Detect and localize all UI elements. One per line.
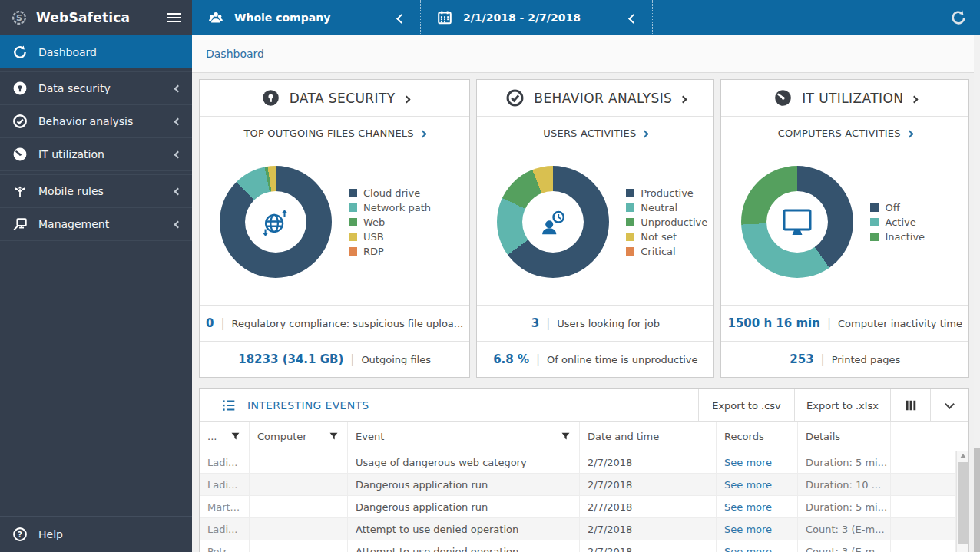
stat-value: 18233 (34.1 GB) — [238, 352, 343, 366]
cell-user: Ladi... — [200, 451, 250, 473]
legend-label: Neutral — [641, 202, 677, 213]
sidebar-item-it-utilization[interactable]: IT utilization — [0, 138, 192, 171]
column-header-details[interactable]: Details — [798, 422, 891, 451]
see-more-link[interactable]: See more — [724, 524, 772, 535]
chart-legend: Off Active Inactive — [870, 202, 925, 243]
legend-item: Not set — [626, 231, 707, 243]
cell-date: 2/7/2018 — [580, 540, 717, 552]
table-scrollbar-thumb[interactable] — [958, 462, 968, 544]
cell-event: Dangerous application run — [348, 474, 580, 495]
filter-icon[interactable] — [560, 431, 571, 442]
cell-empty — [891, 518, 956, 540]
chart-area: Cloud drive Network path Web USB RDP — [200, 139, 469, 305]
column-header-event[interactable]: Event — [348, 422, 580, 451]
legend-item: Network path — [349, 202, 431, 213]
legend-marker — [626, 233, 634, 241]
team-icon — [207, 9, 224, 26]
menu-toggle-icon[interactable] — [167, 11, 181, 25]
column-header-records[interactable]: Records — [717, 422, 798, 451]
sidebar-item-dashboard[interactable]: Dashboard — [0, 35, 192, 68]
logo-row: S WebSafetica — [0, 0, 192, 35]
table-scrollbar[interactable] — [956, 451, 968, 552]
it-utilization-icon — [773, 88, 793, 108]
stat-label: Outgoing files — [361, 354, 431, 365]
cell-details: Duration: 5 mi... — [798, 496, 891, 517]
sidebar-item-behavior-analysis[interactable]: Behavior analysis — [0, 105, 192, 138]
date-range-selector[interactable]: 2/1/2018 - 2/7/2018 — [421, 0, 653, 35]
filter-icon[interactable] — [230, 431, 241, 442]
scope-selector[interactable]: Whole company — [192, 0, 421, 35]
sidebar-item-label: Dashboard — [38, 46, 97, 58]
main-scrollbar-thumb[interactable] — [974, 448, 980, 552]
stat-label: Users looking for job — [557, 318, 660, 329]
card-data-security-header[interactable]: DATA SECURITY — [200, 80, 469, 117]
card-title: BEHAVIOR ANALYSIS — [534, 91, 672, 106]
legend-label: Productive — [641, 187, 694, 199]
legend-label: Critical — [641, 246, 675, 257]
stat-row: 18233 (34.1 GB) | Outgoing files — [200, 341, 469, 377]
column-header-date[interactable]: Date and time — [580, 422, 717, 451]
app-window: S WebSafetica Dashboard Data security Be… — [0, 0, 980, 552]
events-title: INTERESTING EVENTS — [247, 399, 369, 412]
export-xlsx-button[interactable]: Export to .xlsx — [794, 389, 890, 421]
mobile-rules-icon — [12, 183, 28, 200]
cell-user: Ladi... — [200, 518, 250, 540]
card-subtitle: USERS ACTIVITIES — [543, 127, 636, 139]
sidebar-item-data-security[interactable]: Data security — [0, 72, 192, 105]
cell-date: 2/7/2018 — [580, 518, 717, 540]
filter-icon[interactable] — [328, 431, 339, 442]
sidebar-item-management[interactable]: Management — [0, 208, 192, 241]
chevron-left-icon — [398, 11, 405, 25]
chevron-left-icon — [175, 222, 180, 227]
legend-marker — [349, 247, 357, 256]
legend-marker — [870, 218, 879, 226]
stat-value: 3 — [531, 316, 539, 330]
chart-legend: Productive Neutral Unproductive Not set … — [626, 187, 707, 257]
table-row: Petr... Attempt to use denied operation … — [200, 540, 956, 552]
card-it-utilization-header[interactable]: IT UTILIZATION — [721, 80, 968, 117]
export-csv-button[interactable]: Export to .csv — [698, 389, 794, 421]
stat-separator: | — [827, 316, 831, 330]
card-subtitle-link[interactable]: COMPUTERS ACTIVITIES — [721, 127, 968, 139]
legend-item: Cloud drive — [349, 187, 431, 199]
cell-user: Mart... — [200, 496, 250, 517]
donut-chart-computers-activities — [741, 166, 853, 278]
legend-item: Active — [870, 217, 925, 228]
column-header-user[interactable]: ... — [200, 422, 250, 451]
data-security-icon — [12, 80, 28, 97]
card-subtitle-link[interactable]: USERS ACTIVITIES — [477, 127, 713, 139]
cell-records: See more — [717, 496, 798, 517]
card-data-security: DATA SECURITY TOP OUTGOING FILES CHANNEL… — [199, 79, 470, 378]
cell-records: See more — [717, 540, 798, 552]
cell-empty — [891, 451, 956, 473]
legend-marker — [870, 233, 879, 241]
behavior-analysis-icon — [505, 88, 525, 108]
sidebar-item-mobile-rules[interactable]: Mobile rules — [0, 175, 192, 208]
scroll-up-arrow-icon[interactable] — [960, 454, 966, 458]
see-more-link[interactable]: See more — [724, 546, 772, 552]
legend-marker — [870, 203, 879, 212]
cell-records: See more — [717, 451, 798, 473]
events-toolbar: INTERESTING EVENTS Export to .csv Export… — [200, 389, 968, 422]
topbar: Whole company 2/1/2018 - 2/7/2018 — [192, 0, 980, 35]
legend-label: USB — [363, 231, 384, 243]
cell-details: Count: 3 (E-m... — [798, 540, 891, 552]
see-more-link[interactable]: See more — [724, 479, 772, 491]
main-scrollbar[interactable] — [974, 35, 980, 552]
refresh-button[interactable] — [937, 0, 980, 35]
cell-event: Dangerous application run — [348, 496, 580, 517]
sidebar-item-label: Mobile rules — [38, 185, 104, 197]
cell-records: See more — [717, 474, 798, 495]
card-subtitle-link[interactable]: TOP OUTGOING FILES CHANNELS — [200, 127, 469, 139]
stat-row: 3 | Users looking for job — [477, 305, 713, 341]
column-settings-button[interactable] — [890, 389, 930, 421]
collapse-panel-button[interactable] — [930, 389, 968, 421]
sidebar-item-help[interactable]: Help — [0, 516, 192, 552]
card-behavior-analysis-header[interactable]: BEHAVIOR ANALYSIS — [477, 80, 713, 117]
see-more-link[interactable]: See more — [724, 501, 772, 513]
column-label: Records — [724, 431, 764, 442]
websafetica-logo-icon: S — [11, 9, 28, 26]
cell-records: See more — [717, 518, 798, 540]
column-header-computer[interactable]: Computer — [250, 422, 348, 451]
see-more-link[interactable]: See more — [724, 457, 772, 468]
